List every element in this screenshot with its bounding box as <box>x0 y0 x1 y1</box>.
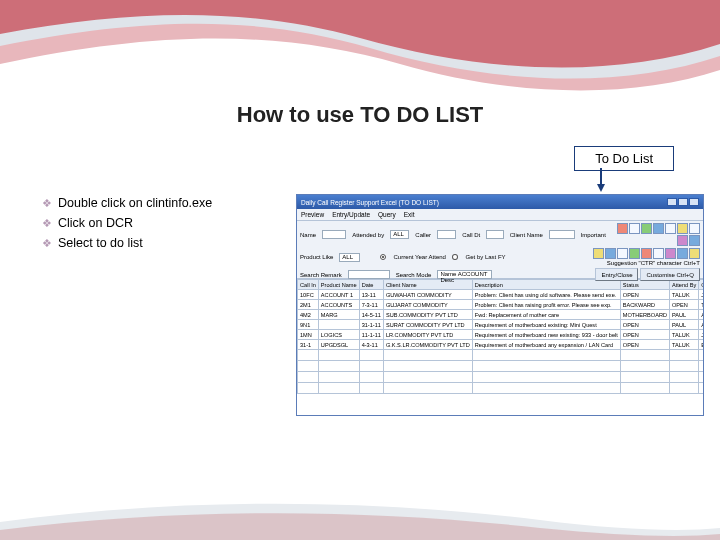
grid-cell <box>383 372 472 383</box>
minimize-button[interactable] <box>667 198 677 206</box>
product-label: Product Like <box>300 254 333 260</box>
date-input[interactable] <box>486 230 504 239</box>
grid-cell: G.K.S.LR.COMMODITY PVT LTD <box>383 340 472 350</box>
tb-icon[interactable] <box>677 223 688 234</box>
customise-button[interactable]: Customise Ctrl+Q <box>640 268 700 281</box>
grid-cell: 13-11 <box>359 290 383 300</box>
grid-cell <box>359 361 383 372</box>
grid-cell <box>359 383 383 394</box>
tb-icon[interactable] <box>593 248 604 259</box>
tb-icon[interactable] <box>653 248 664 259</box>
tb-icon[interactable] <box>641 223 652 234</box>
tb-icon[interactable] <box>665 223 676 234</box>
grid-cell: Requirement of motherboard any expansion… <box>472 340 620 350</box>
tb-icon[interactable] <box>689 248 700 259</box>
grid-cell <box>620 383 669 394</box>
entry-close-button[interactable]: Entry/Close <box>595 268 638 281</box>
attend-label: Attended by <box>352 232 384 238</box>
remark-label: Search Remark <box>300 272 342 278</box>
grid-cell: TALUK <box>670 290 699 300</box>
grid-cell: MARG <box>318 310 359 320</box>
grid-cell <box>472 383 620 394</box>
tb-icon[interactable] <box>617 248 628 259</box>
grid-cell: 31-1 <box>298 340 319 350</box>
tb-icon[interactable] <box>605 248 616 259</box>
tb-icon[interactable] <box>689 235 700 246</box>
window-title-text: Daily Call Register Support Excel (TO DO… <box>301 199 439 206</box>
grid-header-cell[interactable]: Description <box>472 280 620 290</box>
search-mode-input[interactable]: Name ACCOUNT Desc <box>437 270 492 279</box>
grid-cell: PAUL <box>670 320 699 330</box>
grid-cell <box>472 350 620 361</box>
menu-entry-update[interactable]: Entry/Update <box>332 211 370 218</box>
grid-cell: 11-1-11 <box>359 330 383 340</box>
tb-icon[interactable] <box>665 248 676 259</box>
grid-header-cell[interactable]: Call In <box>298 280 319 290</box>
grid-header-cell[interactable]: Attend By <box>670 280 699 290</box>
instruction-text: Click on DCR <box>58 216 133 230</box>
grid-cell: OPEN <box>620 290 669 300</box>
toolbar-icon-group-1 <box>612 223 700 246</box>
tb-icon[interactable] <box>653 223 664 234</box>
tb-icon[interactable] <box>677 248 688 259</box>
attend-input[interactable]: ALL <box>390 230 409 239</box>
grid-cell <box>318 350 359 361</box>
grid-cell: Problem: Client has using old software. … <box>472 290 620 300</box>
grid-cell <box>620 361 669 372</box>
product-input[interactable]: ALL <box>339 253 360 262</box>
name-input[interactable] <box>322 230 346 239</box>
grid-cell <box>670 383 699 394</box>
callout-arrow <box>600 168 602 192</box>
grid-cell: OPEN <box>670 300 699 310</box>
radio-current-year[interactable] <box>380 254 386 260</box>
grid-cell <box>670 372 699 383</box>
table-row[interactable]: 1MNLOGICS11-1-11LR.COMMODITY PVT LTDRequ… <box>298 330 704 340</box>
grid-cell: 31-1-11 <box>359 320 383 330</box>
tb-icon[interactable] <box>629 248 640 259</box>
remark-input[interactable] <box>348 270 390 279</box>
grid-cell: JUG <box>699 330 703 340</box>
grid-cell <box>620 372 669 383</box>
table-row[interactable]: 9N131-1-11SURAT COMMODITY PVT LTDRequire… <box>298 320 704 330</box>
tb-icon[interactable] <box>641 248 652 259</box>
maximize-button[interactable] <box>678 198 688 206</box>
grid-cell: ACCOUNTS <box>318 300 359 310</box>
grid-cell: 14-5-11 <box>359 310 383 320</box>
tb-icon[interactable] <box>677 235 688 246</box>
instruction-text: Double click on clintinfo.exe <box>58 196 212 210</box>
menu-preview[interactable]: Preview <box>301 211 324 218</box>
grid-header-cell[interactable]: Call Type <box>699 280 703 290</box>
menu-exit[interactable]: Exit <box>404 211 415 218</box>
app-window: Daily Call Register Support Excel (TO DO… <box>296 194 704 416</box>
grid-cell <box>472 361 620 372</box>
grid-header-row: Call InProduct NameDateClient NameDescri… <box>298 280 704 290</box>
grid-cell: Fwd: Replacement of mother care <box>472 310 620 320</box>
radio2-label: Get by Last FY <box>466 254 506 260</box>
menu-query[interactable]: Query <box>378 211 396 218</box>
grid-cell <box>699 350 703 361</box>
grid-cell <box>383 383 472 394</box>
table-row[interactable]: 31-1UPGDSGL4-3-11G.K.S.LR.COMMODITY PVT … <box>298 340 704 350</box>
table-row[interactable]: 2M1ACCOUNTS7-3-11GUJARAT COMMODITYProble… <box>298 300 704 310</box>
toolbar-icon-group-2: Suggestion "CTR" character Ctrl+T <box>512 248 700 266</box>
data-grid: Call InProduct NameDateClient NameDescri… <box>297 279 703 394</box>
grid-header-cell[interactable]: Client Name <box>383 280 472 290</box>
tb-icon[interactable] <box>617 223 628 234</box>
grid-cell <box>298 383 319 394</box>
table-row[interactable]: 10FCACCOUNT 113-11GUWAHATI COMMODITYProb… <box>298 290 704 300</box>
tb-icon[interactable] <box>689 223 700 234</box>
tb-icon[interactable] <box>629 223 640 234</box>
table-row[interactable]: 4M2MARG14-5-11SUB.COMMODITY PVT LTDFwd: … <box>298 310 704 320</box>
search-mode-label: Search Mode <box>396 272 432 278</box>
caller-input[interactable] <box>437 230 456 239</box>
grid-header-cell[interactable]: Date <box>359 280 383 290</box>
slide-title: How to use TO DO LIST <box>0 102 720 128</box>
grid-cell <box>472 372 620 383</box>
grid-header-cell[interactable]: Product Name <box>318 280 359 290</box>
grid-header-cell[interactable]: Status <box>620 280 669 290</box>
grid-cell: OPEN <box>620 340 669 350</box>
close-button[interactable] <box>689 198 699 206</box>
grid-cell: BACKWARD <box>620 300 669 310</box>
radio-last-fy[interactable] <box>452 254 458 260</box>
client-input[interactable] <box>549 230 575 239</box>
